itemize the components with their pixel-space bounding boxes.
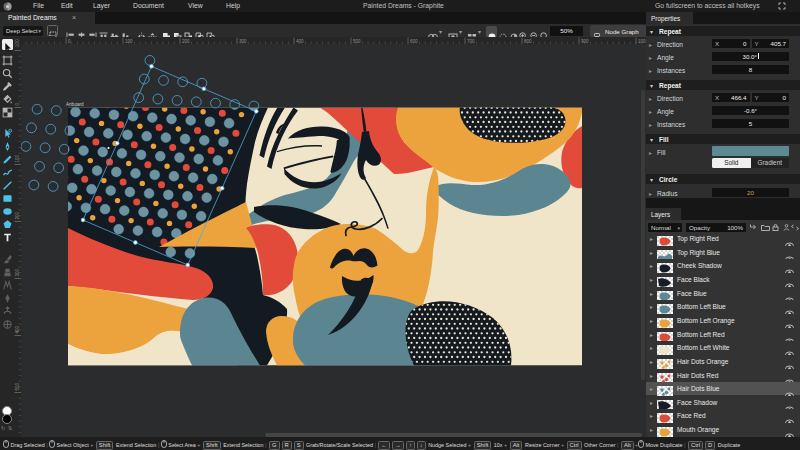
svg-text:-100: -100 bbox=[15, 39, 20, 49]
svg-text:0: 0 bbox=[68, 39, 71, 44]
svg-text:200: 200 bbox=[15, 211, 20, 219]
svg-text:300: 300 bbox=[15, 268, 20, 276]
svg-text:0: 0 bbox=[15, 103, 20, 106]
svg-text:500: 500 bbox=[353, 39, 361, 44]
svg-text:400: 400 bbox=[15, 325, 20, 333]
svg-text:700: 700 bbox=[467, 39, 475, 44]
svg-text:500: 500 bbox=[15, 382, 20, 390]
svg-text:200: 200 bbox=[182, 39, 190, 44]
svg-text:900: 900 bbox=[581, 39, 589, 44]
svg-text:100: 100 bbox=[15, 154, 20, 162]
svg-text:600: 600 bbox=[410, 39, 418, 44]
svg-text:800: 800 bbox=[524, 39, 532, 44]
svg-text:300: 300 bbox=[239, 39, 247, 44]
svg-text:400: 400 bbox=[296, 39, 304, 44]
svg-text:100: 100 bbox=[125, 39, 133, 44]
